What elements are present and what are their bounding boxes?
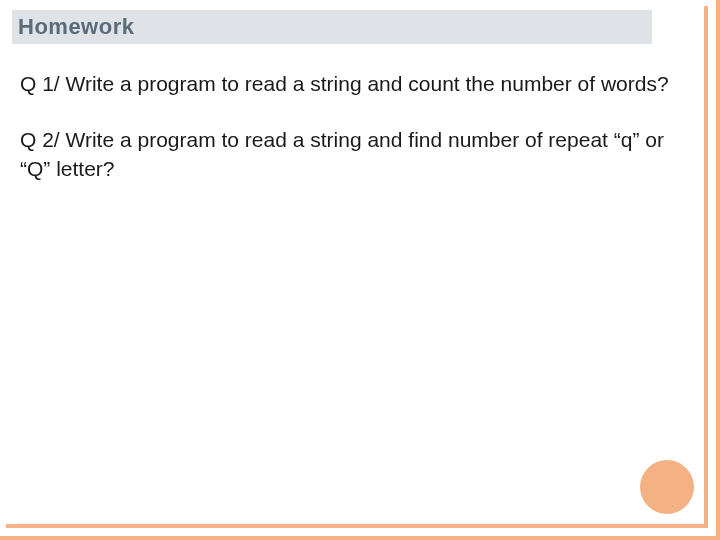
decorative-circle-icon <box>640 460 694 514</box>
slide-title: Homework <box>18 14 134 40</box>
content-area: Q 1/ Write a program to read a string an… <box>20 70 680 211</box>
slide: Homework Q 1/ Write a program to read a … <box>0 0 720 540</box>
question-1: Q 1/ Write a program to read a string an… <box>20 70 680 98</box>
question-2: Q 2/ Write a program to read a string an… <box>20 126 680 183</box>
title-bar: Homework <box>12 10 652 44</box>
